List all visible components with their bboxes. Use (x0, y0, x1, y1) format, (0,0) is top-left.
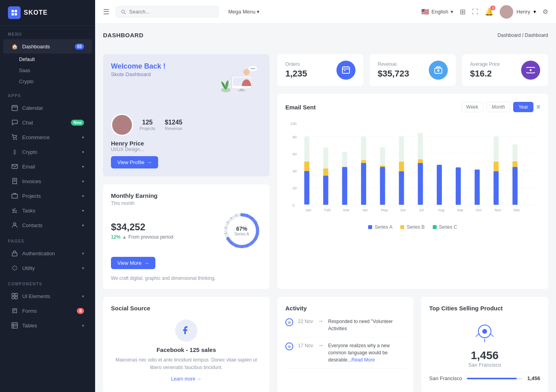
sidebar-item-dashboards[interactable]: 🏠 Dashboards 03 (3, 39, 92, 54)
chevron-down-icon9: ▾ (82, 266, 84, 270)
sidebar-item-projects[interactable]: Projects ▾ (3, 189, 92, 203)
sidebar-item-tables[interactable]: Tables ▾ (3, 318, 92, 333)
view-more-button[interactable]: View More → (111, 257, 155, 269)
svg-rect-95 (418, 133, 423, 159)
svg-text:60: 60 (292, 152, 296, 156)
sidebar-item-ui-elements[interactable]: UI Elements ▾ (3, 289, 92, 303)
svg-point-9 (16, 139, 17, 140)
cities-count: 1,456 (429, 349, 540, 362)
chevron-down-icon2: ▾ (82, 150, 84, 154)
sidebar-sub-saas[interactable]: Saas (0, 65, 95, 76)
svg-text:Jan: Jan (306, 208, 311, 212)
bottom-grid: Social Source Facebook - 125 sales Maece… (103, 297, 548, 392)
svg-point-27 (122, 10, 124, 13)
activity-title: Activity (285, 305, 405, 312)
ui-icon (11, 293, 18, 300)
svg-rect-18 (15, 293, 17, 296)
search-icon (121, 9, 126, 15)
projects-label: Projects (22, 193, 82, 199)
search-box (116, 6, 219, 17)
series-c-label: Series C (439, 224, 457, 230)
sidebar-item-crypto[interactable]: ₿ Crypto ▾ (3, 145, 92, 159)
svg-rect-89 (380, 147, 385, 166)
read-more-link[interactable]: Read More (352, 357, 375, 363)
sidebar-item-ecommerce[interactable]: Ecommerce ▾ (3, 130, 92, 144)
sidebar-item-authentication[interactable]: Authentication ▾ (3, 246, 92, 260)
notification-button[interactable]: 🔔 3 (485, 8, 493, 16)
chevron-down-icon8: ▾ (82, 251, 84, 256)
svg-point-15 (13, 223, 16, 225)
svg-rect-61 (342, 67, 350, 73)
activity-card: Activity ⊕ 22 Nov → Responded to need "V… (277, 297, 413, 392)
month-button[interactable]: Month (487, 102, 510, 112)
main-content: ☰ Mega Menu ▾ 🇺🇸 English ▾ ⊞ ⛶ 🔔 3 (95, 0, 556, 392)
year-button[interactable]: Year (513, 102, 533, 112)
svg-rect-16 (12, 253, 17, 256)
dashboard-grid: Welcome Back ! Skote Dashboard (103, 54, 548, 289)
sidebar-item-contacts[interactable]: Contacts ▾ (3, 218, 92, 232)
user-menu[interactable]: Henry ▾ (500, 5, 536, 19)
svg-text:May: May (381, 208, 388, 212)
hamburger-button[interactable]: ☰ (103, 8, 109, 16)
sidebar-item-invoices[interactable]: Invoices ▾ (3, 174, 92, 188)
projects-count: 125 (139, 119, 155, 126)
activity-arrow-icon-2: → (318, 342, 323, 348)
chevron-down-icon4: ▾ (82, 179, 84, 184)
svg-rect-17 (12, 293, 14, 296)
series-b-dot (400, 225, 404, 229)
language-selector[interactable]: 🇺🇸 English ▾ (421, 8, 454, 15)
logo-text: SKOTE (24, 9, 48, 16)
sidebar-sub-default[interactable]: Default (0, 54, 95, 65)
grid-button[interactable]: ⊞ (460, 8, 466, 16)
svg-rect-94 (399, 171, 404, 205)
user-name: Henry (516, 9, 530, 15)
projects-stat: 125 Projects (139, 119, 155, 131)
forms-icon (11, 307, 18, 314)
earning-period: This month (111, 201, 262, 206)
city-row-sf: San Francisco 1,456 (429, 372, 540, 384)
svg-rect-34 (238, 90, 246, 91)
tables-icon (11, 322, 18, 329)
sidebar-item-utility[interactable]: Utility ▾ (3, 261, 92, 275)
sidebar-item-tasks[interactable]: Tasks ▾ (3, 203, 92, 218)
svg-point-65 (438, 70, 439, 71)
earning-body: $34,252 12% ▲ From previous period (111, 211, 262, 250)
chart-menu-icon[interactable]: ≡ (537, 103, 540, 111)
tasks-icon (11, 207, 18, 214)
chart-legend: Series A Series B Series C (285, 224, 540, 230)
svg-text:Mar: Mar (343, 208, 350, 212)
avg-price-icon (521, 61, 540, 80)
mega-menu-button[interactable]: Mega Menu ▾ (228, 9, 260, 15)
orders-card: Orders 1,235 (277, 54, 363, 86)
legend-series-a: Series A (368, 224, 392, 230)
sidebar-item-calendar[interactable]: Calendar (3, 101, 92, 115)
week-button[interactable]: Week (461, 102, 483, 112)
svg-rect-33 (240, 89, 244, 90)
activity-item-1: ⊕ 22 Nov → Responded to need "Volunteer … (285, 313, 405, 337)
sidebar-sub-crypto[interactable]: Crypto (0, 76, 95, 87)
welcome-card: Welcome Back ! Skote Dashboard (103, 54, 269, 176)
series-b-label: Series B (407, 224, 424, 230)
section-components: COMPONENTS (0, 275, 95, 289)
fullscreen-button[interactable]: ⛶ (472, 8, 478, 15)
revenue-stat-value: $35,723 (378, 69, 409, 79)
chevron-down-icon6: ▾ (82, 208, 84, 213)
learn-more-link[interactable]: Learn more → (111, 376, 262, 382)
activity-text-2: Everyone realizes why a new common langu… (328, 342, 405, 363)
sidebar-item-chat[interactable]: Chat New (3, 115, 92, 130)
forms-badge: 6 (77, 308, 84, 314)
svg-rect-19 (12, 296, 14, 299)
svg-rect-106 (475, 170, 480, 205)
view-profile-button[interactable]: View Profile → (111, 156, 158, 168)
settings-button[interactable]: ⚙ (543, 8, 548, 15)
revenue-card: Revenue $35,723 (370, 54, 456, 86)
profile-info: Henry Price UI/UX Design... (111, 140, 262, 152)
profile-role: UI/UX Design... (111, 147, 262, 152)
sidebar-item-forms[interactable]: Forms 6 (3, 304, 92, 318)
sidebar-item-email[interactable]: Email ▾ (3, 159, 92, 174)
cities-featured-name: San Francisco (429, 362, 540, 368)
city-value: 1,456 (527, 375, 540, 381)
calendar-icon (11, 104, 18, 111)
search-input[interactable] (129, 9, 214, 15)
stats-cards: Orders 1,235 Revenue $35,723 (277, 54, 548, 86)
